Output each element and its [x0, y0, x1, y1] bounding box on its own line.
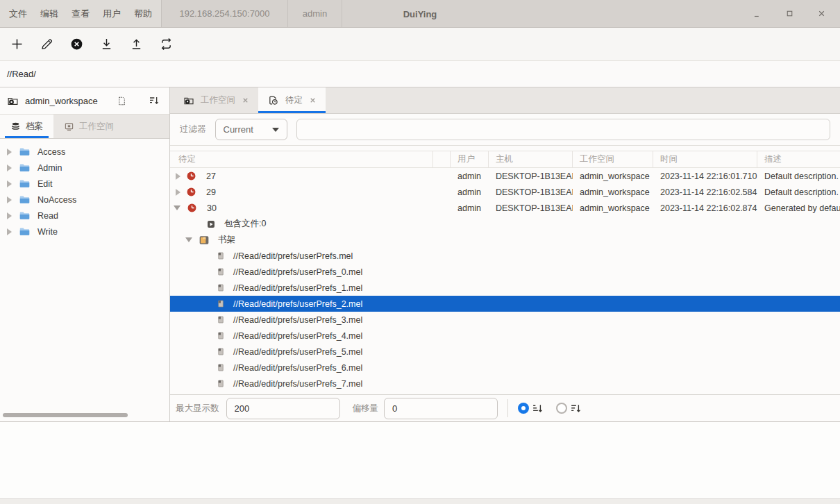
offset-input[interactable]	[384, 398, 498, 419]
expand-arrow-icon[interactable]	[7, 180, 12, 187]
expand-arrow-icon[interactable]	[7, 228, 12, 235]
expand-arrow-icon[interactable]	[176, 189, 180, 196]
menu-bar: 文件 编辑 查看 用户 帮助	[0, 0, 162, 27]
maximize-button[interactable]	[779, 3, 800, 24]
edit-button[interactable]	[38, 36, 55, 53]
sort-descending-radio[interactable]	[556, 403, 567, 414]
get-latest-button[interactable]	[98, 36, 115, 53]
file-path: //Read/edit/prefs/userPrefs_3.mel	[233, 315, 362, 325]
expand-arrow-icon[interactable]	[176, 173, 180, 180]
folder-icon	[19, 162, 31, 174]
file-path: //Read/edit/prefs/userPrefs_2.mel	[233, 299, 362, 309]
column-blank[interactable]	[433, 151, 451, 167]
shelved-file-row[interactable]: //Read/edit/prefs/userPrefs_1.mel	[170, 280, 840, 296]
tab-workspace[interactable]: 工作空间	[53, 115, 124, 138]
menu-user[interactable]: 用户	[103, 8, 121, 20]
filter-search-input[interactable]	[296, 119, 831, 140]
changelist-row[interactable]: 27 admin DESKTOP-1B13EAN admin_workspace…	[170, 168, 840, 184]
tree-item-write[interactable]: Write	[0, 224, 169, 240]
tree-item-label: Edit	[37, 179, 53, 189]
collapse-arrow-icon[interactable]	[174, 205, 180, 210]
tab-pending[interactable]: 待定	[258, 87, 326, 113]
refresh-button[interactable]	[158, 36, 174, 53]
address-bar[interactable]: //Read/	[0, 61, 840, 87]
shelved-file-row-selected[interactable]: //Read/edit/prefs/userPrefs_2.mel	[170, 296, 840, 312]
column-host[interactable]: 主机	[489, 151, 573, 167]
column-description[interactable]: 描述	[757, 151, 840, 167]
cell-workspace: admin_workspace	[573, 200, 653, 216]
column-pending[interactable]: 待定	[170, 151, 433, 167]
shelved-file-row[interactable]: //Read/edit/prefs/userPrefs_5.mel	[170, 344, 840, 360]
shelved-file-row[interactable]: //Read/edit/prefs/userPrefs_3.mel	[170, 312, 840, 328]
filter-dropdown[interactable]: Current	[215, 119, 287, 140]
changelist-row[interactable]: 30 admin DESKTOP-1B13EAN admin_workspace…	[170, 200, 840, 216]
filter-label: 过滤器	[180, 124, 206, 135]
tab-workspace-label: 工作空间	[79, 121, 114, 133]
file-icon	[217, 283, 225, 292]
shelved-file-row[interactable]: //Read/edit/prefs/userPrefs_7.mel	[170, 376, 840, 392]
file-path: //Read/edit/prefs/userPrefs_7.mel	[233, 379, 362, 389]
add-button[interactable]	[8, 36, 25, 53]
menu-help[interactable]: 帮助	[134, 8, 152, 20]
workspace-icon	[7, 95, 19, 107]
folder-icon	[19, 146, 31, 158]
column-time[interactable]: 时间	[653, 151, 757, 167]
expand-arrow-icon[interactable]	[7, 212, 12, 219]
cell-time: 2023-11-14 22:16:02.584	[653, 184, 757, 200]
divider	[507, 399, 508, 417]
folder-icon	[19, 178, 31, 190]
file-icon	[217, 379, 225, 388]
right-panel-tabs: 工作空间 待定	[170, 87, 840, 114]
title-bar: 文件 编辑 查看 用户 帮助 192.168.254.150:7000 admi…	[0, 0, 840, 28]
cancel-button[interactable]	[68, 36, 85, 53]
left-panel: admin_workspace 档案 工作空间 Ac	[0, 87, 170, 421]
collapse-arrow-icon[interactable]	[185, 237, 192, 242]
submit-button[interactable]	[128, 36, 144, 53]
tree-item-edit[interactable]: Edit	[0, 176, 169, 192]
expand-arrow-icon[interactable]	[7, 165, 12, 171]
expand-arrow-icon[interactable]	[7, 149, 12, 156]
pending-clock-icon	[267, 94, 279, 106]
contains-files-label: 包含文件:0	[224, 218, 266, 230]
tree-item-access[interactable]: Access	[0, 144, 169, 160]
expand-arrow-icon[interactable]	[7, 196, 12, 203]
minimize-button[interactable]	[747, 3, 768, 24]
pending-changelist-icon	[186, 187, 196, 197]
file-path: //Read/edit/prefs/userPrefs_5.mel	[233, 347, 362, 357]
tab-depot[interactable]: 档案	[0, 115, 53, 138]
tree-item-read[interactable]: Read	[0, 208, 169, 224]
shelved-file-row[interactable]: //Read/edit/prefs/userPrefs_0.mel	[170, 264, 840, 280]
contains-files-row[interactable]: 包含文件:0	[170, 216, 840, 232]
shelved-file-row[interactable]: //Read/edit/prefs/userPrefs.mel	[170, 248, 840, 264]
close-button[interactable]	[811, 3, 832, 24]
close-tab-icon[interactable]	[242, 96, 249, 104]
right-panel: 工作空间 待定 过滤器 Current 待定	[170, 87, 840, 421]
file-path: //Read/edit/prefs/userPrefs_4.mel	[233, 331, 362, 341]
changelist-row[interactable]: 29 admin DESKTOP-1B13EAN admin_workspace…	[170, 184, 840, 200]
sort-ascending-icon	[532, 403, 544, 414]
tree-item-label: Read	[37, 211, 58, 221]
tab-depot-label: 档案	[26, 121, 43, 133]
horizontal-scrollbar[interactable]	[3, 413, 128, 417]
menu-view[interactable]: 查看	[72, 8, 90, 20]
column-user[interactable]: 用户	[451, 151, 489, 167]
menu-file[interactable]: 文件	[9, 8, 27, 20]
shelf-label: 书架	[218, 234, 235, 246]
max-display-input[interactable]	[226, 398, 340, 419]
sort-icon[interactable]	[149, 95, 160, 106]
folder-icon	[19, 194, 31, 205]
close-tab-icon[interactable]	[309, 96, 317, 104]
column-workspace[interactable]: 工作空间	[573, 151, 653, 167]
shelved-file-row[interactable]: //Read/edit/prefs/userPrefs_6.mel	[170, 360, 840, 376]
tree-item-noaccess[interactable]: NoAccess	[0, 192, 169, 208]
pending-changelist-table: 27 admin DESKTOP-1B13EAN admin_workspace…	[170, 168, 840, 394]
tree-item-label: NoAccess	[37, 195, 76, 205]
tab-workspace-view[interactable]: 工作空间	[174, 87, 258, 113]
new-document-icon[interactable]	[117, 96, 127, 106]
shelved-file-row[interactable]: //Read/edit/prefs/userPrefs_4.mel	[170, 328, 840, 344]
toolbar	[0, 28, 840, 61]
sort-ascending-radio[interactable]	[518, 403, 529, 414]
menu-edit[interactable]: 编辑	[40, 8, 58, 20]
shelf-row[interactable]: 书架	[170, 232, 840, 248]
tree-item-admin[interactable]: Admin	[0, 160, 169, 176]
